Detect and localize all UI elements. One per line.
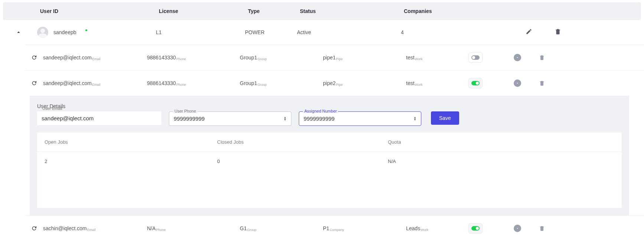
chevron-down-icon [516,81,519,85]
avatar [37,27,48,38]
header-type: Type [248,8,300,14]
assigned-number-field: Assigned Number ▲▼ [299,111,421,126]
header-status: Status [300,8,404,14]
expand-toggle[interactable] [0,29,37,36]
jobs-table: Open Jobs Closed Jobs Quota 2 0 N/A [37,133,622,208]
sub-phone: N/A [147,225,156,231]
phone-input[interactable] [174,115,284,122]
online-status-dot [85,29,88,32]
assigned-spinner[interactable]: ▲▼ [413,117,416,121]
header-license: License [159,8,248,14]
trash-icon [539,80,545,86]
trash-icon [539,225,545,231]
refresh-button[interactable] [25,225,43,231]
group-sublabel: Group [258,57,267,61]
sub-group: Group1 [240,80,257,86]
toggle-on-icon [471,226,480,231]
jobs-header-quota: Quota [388,139,499,145]
toggle-switch[interactable] [468,52,483,63]
user-companies: 4 [401,29,505,35]
pipe-sublabel: Pipe [336,57,343,61]
refresh-button[interactable] [25,55,43,61]
sub-work: test [406,80,415,86]
header-companies: Companies [404,8,508,14]
details-title: User Details [37,103,622,109]
sub-group: G1 [240,225,247,231]
user-type: POWER [245,29,297,35]
sub-pipe: pipe2 [323,80,336,86]
user-email-field: User Email [37,111,161,125]
user-license: L1 [156,29,245,35]
phone-sublabel: Phone [176,83,186,87]
sub-email: sandeep@iqlect.com [43,55,92,61]
table-header: User ID License Type Status Companies [3,2,641,20]
work-sublabel: Work [421,228,428,232]
chevron-up-icon [15,29,22,36]
email-input[interactable] [42,115,157,121]
phone-sublabel: Phone [176,57,186,61]
sub-row: sandeep@iqlect.com Email 9886143330 Phon… [25,70,644,96]
trash-icon [555,28,561,35]
jobs-header-open: Open Jobs [45,139,217,145]
expand-sub-button[interactable] [514,54,521,61]
user-status: Active [297,29,401,35]
sub-group: Group1 [240,55,257,61]
pipe-sublabel: Pipe [336,83,343,87]
delete-sub-button[interactable] [531,225,553,231]
user-phone-field: User Phone ▲▼ [169,111,291,126]
group-sublabel: Group [247,228,256,232]
sub-pipe: pipe1 [323,55,336,61]
refresh-icon [31,225,37,231]
company-sublabel: Company [330,228,344,232]
phone-label: User Phone [173,109,197,113]
toggle-off-icon [471,55,480,60]
sub-row: sachin@iqlect.com Email N/A Phone G1 Gro… [25,215,644,241]
jobs-quota-value: N/A [388,159,499,164]
sub-work: test [406,55,415,61]
sub-work: Leads [406,225,420,231]
email-sublabel: Email [87,228,96,232]
work-sublabel: Work [415,57,423,61]
jobs-closed-value: 0 [217,159,388,164]
work-sublabel: Work [415,83,423,87]
trash-icon [539,55,545,61]
user-name: sandeepb [53,29,76,35]
pencil-icon [526,28,532,35]
refresh-icon [31,55,37,61]
refresh-button[interactable] [25,80,43,86]
expand-sub-button[interactable] [514,79,521,87]
toggle-switch[interactable] [468,78,483,88]
toggle-switch[interactable] [468,223,483,234]
email-label: User Email [41,106,64,111]
sub-rows: sandeep@iqlect.com Email 9886143330 Phon… [0,45,644,96]
refresh-icon [31,80,37,86]
sub-email: sandeep@iqlect.com [43,80,92,86]
delete-sub-button[interactable] [531,80,553,86]
expand-sub-button[interactable] [514,225,521,232]
jobs-header-closed: Closed Jobs [217,139,388,145]
other-rows: sachin@iqlect.com Email N/A Phone G1 Gro… [0,215,644,241]
toggle-on-icon [471,81,480,85]
sub-row: sandeep@iqlect.com Email 9886143330 Phon… [25,45,644,70]
group-sublabel: Group [258,83,267,87]
chevron-down-icon [516,56,519,59]
jobs-row: 2 0 N/A [37,152,622,171]
user-details-panel: User Details User Email User Phone ▲▼ As… [30,96,629,215]
email-sublabel: Email [92,83,101,87]
delete-button[interactable] [555,28,561,36]
sub-phone: 9886143330 [147,80,176,86]
phone-spinner[interactable]: ▲▼ [284,117,287,121]
edit-button[interactable] [526,28,532,36]
jobs-header: Open Jobs Closed Jobs Quota [37,133,622,152]
jobs-open-value: 2 [45,159,217,164]
assigned-input[interactable] [304,115,413,122]
chevron-down-icon [516,226,519,230]
header-userid: User ID [40,8,159,14]
sub-email: sachin@iqlect.com [43,225,87,231]
delete-sub-button[interactable] [531,55,553,61]
save-button[interactable]: Save [431,111,459,125]
email-sublabel: Email [92,57,101,61]
sub-phone: 9886143330 [147,55,176,61]
user-row: sandeepb L1 POWER Active 4 [0,20,644,45]
assigned-label: Assigned Number [303,109,338,113]
